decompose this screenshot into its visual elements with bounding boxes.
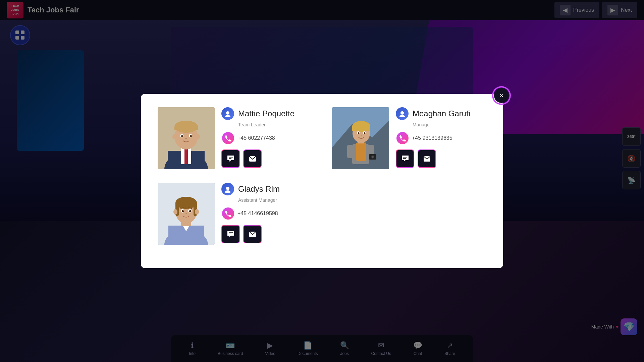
email-button-gladys[interactable] — [243, 225, 262, 243]
svg-rect-50 — [175, 203, 197, 207]
contact-card-meaghan: Meaghan Garufi Manager +45 9313139635 — [332, 107, 486, 169]
contact-role-meaghan: Manager — [413, 122, 486, 127]
svg-point-15 — [226, 111, 229, 115]
contact-name-mattie: Mattie Poquette — [238, 109, 294, 118]
contact-phone-mattie: +45 602277438 — [222, 132, 312, 144]
svg-point-12 — [190, 135, 192, 137]
chat-button-meaghan[interactable] — [396, 149, 414, 168]
chat-button-mattie[interactable] — [221, 149, 240, 168]
svg-point-57 — [173, 209, 177, 215]
contact-avatar-gladys — [221, 183, 234, 195]
email-button-mattie[interactable] — [243, 149, 262, 168]
contact-actions-meaghan — [396, 149, 486, 168]
contact-role-gladys: Assistant Manager — [238, 197, 312, 203]
phone-icon-gladys — [222, 207, 234, 220]
contact-photo-mattie — [158, 107, 215, 169]
contact-info-mattie: Mattie Poquette Team Leader +45 60227743… — [221, 107, 312, 168]
contact-avatar-meaghan — [396, 107, 409, 120]
svg-point-59 — [226, 187, 229, 190]
svg-point-16 — [225, 115, 230, 117]
contact-card-gladys: Gladys Rim Assistant Manager +45 4146619… — [158, 183, 312, 245]
svg-point-34 — [364, 132, 366, 134]
modal-close-button[interactable]: × — [493, 87, 510, 104]
contact-actions-gladys — [221, 225, 312, 243]
svg-point-58 — [195, 209, 199, 215]
svg-point-39 — [399, 115, 405, 117]
phone-icon-meaghan — [396, 132, 409, 144]
svg-point-33 — [358, 132, 360, 134]
chat-button-gladys[interactable] — [221, 225, 240, 243]
contact-phone-gladys: +45 4146619598 — [222, 207, 312, 220]
contact-name-meaghan: Meaghan Garufi — [413, 109, 470, 118]
contact-header-gladys: Gladys Rim — [221, 183, 312, 195]
svg-point-38 — [400, 111, 404, 115]
phone-icon-mattie — [222, 132, 234, 144]
contact-card-mattie: Mattie Poquette Team Leader +45 60227743… — [158, 107, 312, 169]
contact-photo-gladys — [158, 183, 215, 245]
phone-number-gladys: +45 4146619598 — [237, 210, 278, 217]
contacts-modal: × — [141, 94, 503, 268]
contact-header-mattie: Mattie Poquette — [221, 107, 312, 120]
svg-point-56 — [189, 210, 191, 212]
svg-rect-25 — [347, 145, 353, 158]
contact-photo-meaghan — [332, 107, 389, 169]
contact-phone-meaghan: +45 9313139635 — [396, 132, 486, 144]
svg-point-60 — [225, 190, 230, 193]
contact-actions-mattie — [221, 149, 312, 168]
svg-point-11 — [181, 135, 183, 137]
contact-info-gladys: Gladys Rim Assistant Manager +45 4146619… — [221, 183, 312, 243]
contact-role-mattie: Team Leader — [238, 122, 312, 127]
svg-rect-8 — [174, 127, 198, 130]
contact-header-meaghan: Meaghan Garufi — [396, 107, 486, 120]
phone-number-mattie: +45 602277438 — [237, 135, 275, 141]
svg-rect-30 — [352, 126, 370, 131]
svg-point-55 — [182, 210, 184, 212]
contact-empty-slot — [332, 183, 486, 245]
modal-overlay: × — [0, 0, 644, 362]
svg-point-37 — [372, 156, 374, 158]
contacts-grid: Mattie Poquette Team Leader +45 60227743… — [158, 107, 486, 245]
contact-info-meaghan: Meaghan Garufi Manager +45 9313139635 — [396, 107, 486, 168]
svg-rect-4 — [184, 147, 188, 164]
email-button-meaghan[interactable] — [418, 149, 436, 168]
contact-avatar-mattie — [221, 107, 234, 120]
svg-point-14 — [196, 134, 200, 139]
contact-name-gladys: Gladys Rim — [238, 184, 280, 194]
svg-point-13 — [172, 134, 176, 139]
svg-rect-24 — [356, 142, 366, 161]
phone-number-meaghan: +45 9313139635 — [412, 135, 452, 141]
